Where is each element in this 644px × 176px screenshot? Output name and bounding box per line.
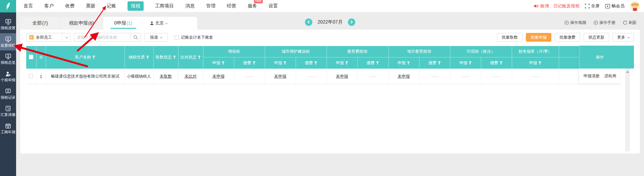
nav-customers[interactable]: 客户: [44, 3, 54, 9]
status-link[interactable]: 未申报: [398, 74, 410, 79]
vertical-scrollbar[interactable]: [625, 69, 630, 151]
umt-file-subheader[interactable]: 申报: [265, 57, 296, 69]
nav-business-projects[interactable]: 工商项目: [155, 3, 174, 9]
filter-funnel-icon[interactable]: [376, 61, 379, 64]
sidebar-item-annual-report[interactable]: 工商年报: [0, 120, 16, 137]
local-edu-file-cell[interactable]: 未申报: [388, 69, 419, 84]
nav-home[interactable]: 首页: [23, 3, 33, 9]
sidebar-item-personal-tax[interactable]: 个税申报: [0, 68, 16, 85]
tab-zero-filing[interactable]: 0申报 (1): [103, 17, 143, 30]
fetch-status-header[interactable]: 取数状态: [153, 46, 178, 69]
tax-nature-header[interactable]: 纳税性质: [125, 46, 153, 69]
local-edu-pay-subheader[interactable]: 缴费: [419, 57, 450, 69]
umt-pay-subheader[interactable]: 缴费: [296, 57, 327, 69]
filter-funnel-icon[interactable]: [284, 61, 287, 64]
compare-status-cell[interactable]: 未比对: [178, 69, 203, 84]
filing-register-link[interactable]: 申报清册: [584, 73, 600, 79]
nav-invoices[interactable]: 票据: [86, 3, 95, 9]
filter-funnel-icon[interactable]: [222, 61, 225, 64]
tab-strip-row: 全部 (7) 税款申报 (6) 0申报 (1) 北京: [16, 12, 644, 30]
tutorial-video-link[interactable]: 操作视频: [564, 20, 586, 26]
filter-funnel-icon[interactable]: [92, 56, 95, 59]
fin-file-subheader[interactable]: 申报: [512, 57, 559, 69]
customer-name-header[interactable]: 客户名称: [46, 46, 125, 69]
compare-status-link[interactable]: 未比对: [185, 74, 197, 79]
sidebar-item-filing-records[interactable]: 报税记录: [0, 85, 16, 103]
select-all-checkbox[interactable]: [29, 55, 33, 59]
customer-search-input[interactable]: [74, 33, 130, 42]
filter-funnel-icon[interactable]: [173, 56, 176, 59]
edu-file-subheader[interactable]: 申报: [327, 57, 357, 69]
filter-funnel-icon[interactable]: [469, 61, 472, 64]
edu-pay-subheader[interactable]: 缴费: [357, 57, 388, 69]
fetch-status-link[interactable]: 未取数: [160, 74, 172, 79]
sidebar-item-tax-settings[interactable]: 报税设置: [0, 16, 16, 33]
status-link[interactable]: 未申报: [274, 74, 286, 79]
scroll-up-arrow[interactable]: [626, 71, 629, 73]
fetch-status-cell[interactable]: 未取数: [153, 69, 178, 84]
filter-dropdown[interactable]: 筛选: [144, 33, 168, 42]
user-manual-link[interactable]: 操作手册: [594, 20, 615, 26]
app-logo[interactable]: [0, 0, 16, 12]
status-link[interactable]: 未申报: [212, 74, 225, 79]
select-all-header[interactable]: [26, 46, 36, 69]
sidebar-item-batch-filing[interactable]: 批量报税: [0, 33, 16, 51]
nav-messages[interactable]: 消息: [185, 3, 195, 9]
sidebar-item-filing-overview[interactable]: 报税总览: [0, 50, 16, 68]
filter-funnel-icon[interactable]: [253, 61, 256, 64]
nav-settings[interactable]: 设置: [268, 3, 278, 9]
filing-table: 客户名称 纳税性质 取数状态 比对状态 增值税 城市维护建设税 教育费附加 地方…: [26, 46, 634, 151]
filter-funnel-icon[interactable]: [539, 61, 542, 64]
next-month-button[interactable]: [348, 18, 355, 26]
status-link[interactable]: 未申报: [336, 74, 348, 79]
nav-operations[interactable]: 经营: [227, 3, 236, 9]
tab-tax-payment-filing[interactable]: 税款申报 (6): [60, 17, 103, 30]
filter-funnel-icon[interactable]: [500, 61, 503, 64]
status-update-button[interactable]: 状态更新: [584, 33, 609, 42]
customer-name-cell[interactable]: 畅捷通信息技术股份有限公司民非测试: [46, 69, 125, 84]
member-button[interactable]: 畅会员: [605, 3, 625, 9]
previous-month-button[interactable]: [305, 18, 312, 26]
local-edu-file-subheader[interactable]: 申报: [388, 57, 419, 69]
vat-pay-subheader[interactable]: 缴费: [234, 57, 265, 69]
search-button[interactable]: [130, 33, 141, 42]
go-to-tax-bureau-link[interactable]: 进税局: [604, 73, 616, 79]
vat-file-subheader[interactable]: 申报: [203, 57, 234, 69]
edu-file-cell[interactable]: 未申报: [327, 69, 357, 84]
filter-funnel-icon[interactable]: [438, 61, 441, 64]
nav-management[interactable]: 管理: [206, 3, 215, 9]
column-settings-header[interactable]: [36, 46, 46, 69]
user-avatar[interactable]: [630, 1, 640, 11]
region-selector[interactable]: 北京: [143, 17, 174, 30]
announcement-ticker[interactable]: 账簿、日记账及报税: [534, 3, 580, 9]
nav-services[interactable]: 服务new: [248, 3, 257, 9]
compare-status-header[interactable]: 比对状态: [178, 46, 203, 69]
filter-funnel-icon[interactable]: [198, 56, 201, 59]
vat-file-cell[interactable]: 未申报: [203, 69, 234, 84]
subheader-label: 缴费: [367, 60, 375, 66]
more-button[interactable]: 更多: [612, 33, 634, 42]
nav-services-label: 服务: [248, 3, 257, 8]
tab-all[interactable]: 全部 (7): [20, 17, 60, 30]
refresh-label: 刷新: [629, 20, 637, 26]
stamp-pay-subheader[interactable]: 缴费: [481, 57, 512, 69]
row-select-cell[interactable]: [26, 69, 36, 84]
filter-funnel-icon[interactable]: [146, 56, 149, 59]
batch-pay-button[interactable]: 批量缴费: [555, 33, 580, 42]
umt-file-cell[interactable]: 未申报: [265, 69, 296, 84]
employee-filter-select[interactable]: 全部员工: [26, 33, 70, 42]
refresh-button[interactable]: 刷新: [623, 20, 637, 26]
nav-bookkeeping[interactable]: 记账: [107, 3, 116, 9]
nav-fees[interactable]: 收费: [65, 3, 75, 9]
row-checkbox[interactable]: [29, 74, 33, 78]
stamp-file-subheader[interactable]: 申报: [450, 57, 481, 69]
fullscreen-button[interactable]: 全屏: [585, 3, 600, 9]
sidebar-item-final-settlement[interactable]: 汇算清缴: [0, 102, 16, 120]
accountant-scope-checkbox[interactable]: 记账会计名下账套: [175, 35, 213, 40]
filter-funnel-icon[interactable]: [407, 61, 410, 64]
batch-fetch-button[interactable]: 批量取数: [497, 33, 523, 42]
filter-funnel-icon[interactable]: [345, 61, 348, 64]
nav-tax-filing[interactable]: 报税: [128, 1, 144, 11]
batch-file-button[interactable]: 批量申报: [526, 33, 551, 42]
filter-funnel-icon[interactable]: [314, 61, 317, 64]
